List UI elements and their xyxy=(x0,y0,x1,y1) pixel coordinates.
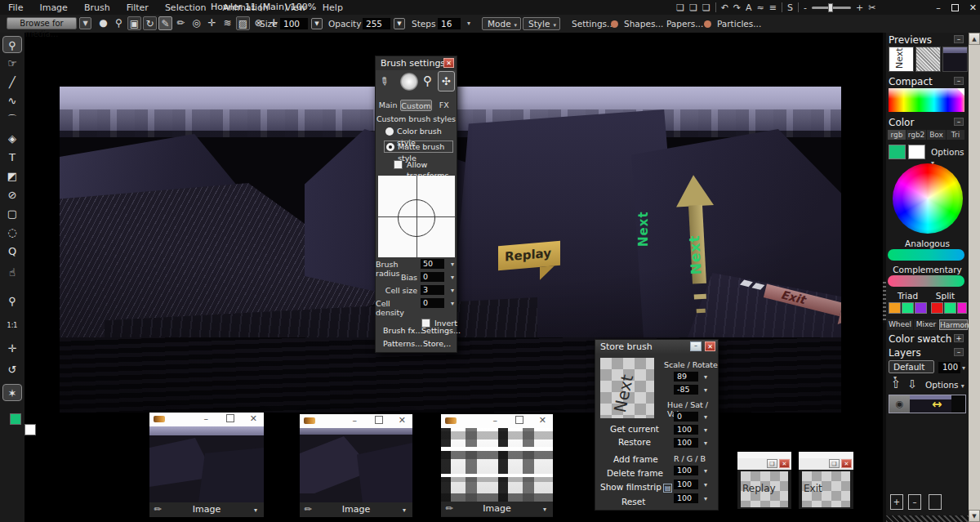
split-swatch-2[interactable] xyxy=(944,302,956,314)
layers-options-dropdown[interactable]: Options ▾ xyxy=(925,380,964,390)
allow-transforms-checkbox[interactable]: Allow transforms xyxy=(394,159,457,171)
brush-tip-icon[interactable]: ⚲ xyxy=(112,16,126,30)
papers-button[interactable]: Papers... xyxy=(666,19,703,29)
show-filmstrip-button[interactable]: Show filmstrip▤ xyxy=(600,482,672,492)
lasso-tool-button[interactable]: Q xyxy=(2,243,22,260)
spline-icon[interactable]: S xyxy=(787,2,793,13)
layer-down-icon[interactable]: ⇩ xyxy=(907,377,917,390)
add-frame-button[interactable]: Add frame xyxy=(613,454,658,464)
triad-swatch-2[interactable] xyxy=(902,302,914,314)
color-header[interactable]: Color xyxy=(889,117,914,128)
menu-selection[interactable]: Selection xyxy=(157,2,215,13)
layers-header[interactable]: Layers xyxy=(889,347,921,359)
tab-custom[interactable]: Custom xyxy=(400,100,431,111)
shapes-color-dot[interactable] xyxy=(611,20,618,28)
rotate-view-tool-button[interactable]: ↺ xyxy=(2,361,22,378)
steps-dropdown[interactable]: ▾ xyxy=(467,20,470,27)
triad-swatch-1[interactable] xyxy=(889,302,901,314)
minimize-icon[interactable]: – xyxy=(493,415,498,426)
minimize-icon[interactable]: – xyxy=(690,341,702,351)
exit-brush-preview[interactable]: Exit xyxy=(802,471,850,507)
soft-dot-icon[interactable]: ● xyxy=(96,16,110,30)
tab-harmony[interactable]: Harmony xyxy=(939,319,968,330)
background-color-swatch[interactable] xyxy=(24,424,36,435)
color-swatch-header[interactable]: Color swatch xyxy=(889,333,951,345)
brush-icon[interactable]: ⚲ xyxy=(423,74,432,88)
dropdown-arrow-icon[interactable]: ▾ xyxy=(704,495,707,502)
preview-thumb-image[interactable] xyxy=(942,47,968,72)
secondary-color-swatch[interactable] xyxy=(908,145,925,159)
hue-input[interactable]: 0 xyxy=(674,412,698,422)
preview-thumb-paper[interactable] xyxy=(915,47,941,72)
complementary-gradient[interactable] xyxy=(888,275,964,287)
text-tool-button[interactable]: T xyxy=(2,149,22,166)
color-brush-style-radio[interactable]: Color brush style xyxy=(384,126,453,138)
collapse-icon[interactable]: – xyxy=(954,35,964,43)
opacity-input[interactable]: 255 xyxy=(363,18,390,29)
browse-for-media-button[interactable]: Browse for media... xyxy=(7,17,77,29)
tab-main[interactable]: Main xyxy=(376,100,400,111)
get-current-button[interactable]: Get current xyxy=(610,424,659,434)
radio-icon[interactable] xyxy=(385,127,394,136)
dropdown-arrow-icon[interactable]: ▾ xyxy=(704,413,707,421)
brush-radius-input[interactable]: 50 xyxy=(421,259,444,269)
dropdown-arrow-icon[interactable]: ▾ xyxy=(704,439,707,447)
cell-density-input[interactable]: 0 xyxy=(421,298,444,308)
split-swatch-1[interactable] xyxy=(931,302,943,314)
patterns-button[interactable]: Patterns... xyxy=(383,339,422,348)
analogous-gradient[interactable] xyxy=(888,249,964,261)
color-wheel[interactable] xyxy=(893,163,963,234)
image-window-titlebar[interactable]: – ✕ xyxy=(300,414,412,428)
tab-rgb[interactable]: rgb xyxy=(888,130,906,140)
dropdown-arrow-icon[interactable]: ▾ xyxy=(451,287,454,294)
close-icon[interactable]: ✕ xyxy=(705,341,715,351)
menu-filter[interactable]: Filter xyxy=(118,2,157,13)
stored-brush-preview[interactable]: Next xyxy=(600,358,654,418)
radio-icon[interactable] xyxy=(386,143,394,151)
menu-brush[interactable]: Brush xyxy=(76,2,118,13)
cell-size-input[interactable]: 3 xyxy=(421,285,444,295)
zoom-slider[interactable] xyxy=(812,7,851,9)
mini-window-titlebar[interactable] xyxy=(799,452,853,458)
delete-frame-button[interactable]: Delete frame xyxy=(607,468,663,478)
maximize-icon[interactable] xyxy=(375,416,383,424)
restore-button[interactable]: Restore xyxy=(618,437,651,447)
val-input[interactable]: 100 xyxy=(674,438,698,448)
previews-header[interactable]: Previews xyxy=(889,34,932,46)
size-dropdown[interactable]: ▼ xyxy=(311,18,323,29)
restore-icon[interactable]: ❏ xyxy=(767,459,777,468)
image-thumbnail[interactable] xyxy=(441,428,553,502)
scroll-down-icon[interactable]: ▼ xyxy=(969,510,980,522)
mini-window-titlebar[interactable] xyxy=(737,452,791,458)
color-options-dropdown[interactable]: Options ▾ xyxy=(931,147,969,167)
clone-rotate-icon[interactable]: ❏ xyxy=(689,2,697,13)
menu-file[interactable]: File xyxy=(0,2,31,13)
brush-tool-button[interactable]: ⚲ xyxy=(2,36,22,53)
tab-rgb2[interactable]: rgb2 xyxy=(906,130,926,140)
settings-button[interactable]: Settings... xyxy=(572,19,615,29)
preview-thumb-brush[interactable]: Next xyxy=(889,47,914,72)
image-thumbnail[interactable] xyxy=(149,426,264,502)
panel-scrollbar[interactable]: ▲ ▼ xyxy=(969,33,980,522)
add-layer-icon[interactable]: + xyxy=(890,494,903,510)
triad-swatch-3[interactable] xyxy=(915,302,927,314)
reset-button[interactable]: Reset xyxy=(621,497,645,506)
soft-brush-preview[interactable] xyxy=(400,73,418,91)
dropdown-arrow-icon[interactable]: ▾ xyxy=(704,467,707,475)
layer-mode-dropdown[interactable]: Default ▾ xyxy=(889,360,934,373)
maximize-icon[interactable] xyxy=(515,416,523,424)
tab-tri[interactable]: Tri xyxy=(947,130,964,140)
layer-row[interactable]: ◉ xyxy=(889,395,966,413)
shapes-button[interactable]: Shapes... xyxy=(624,19,663,29)
spray-icon[interactable]: ≋ xyxy=(220,16,234,30)
layer-up-icon[interactable]: ⇧ xyxy=(891,377,901,390)
opacity-dropdown[interactable]: ▼ xyxy=(394,18,405,29)
fill-tool-button[interactable]: ◈ xyxy=(2,130,22,147)
dropdown-arrow-icon[interactable]: ▾ xyxy=(451,261,454,268)
redo-icon[interactable]: ↷ xyxy=(733,2,741,13)
close-icon[interactable]: ✕ xyxy=(539,415,546,426)
layer-opacity-input[interactable]: 100 xyxy=(938,362,960,373)
green-input[interactable]: 100 xyxy=(674,480,698,489)
stamp-icon[interactable]: ▣ xyxy=(127,16,141,30)
dropdown-arrow-icon[interactable]: ▾ xyxy=(704,386,707,394)
